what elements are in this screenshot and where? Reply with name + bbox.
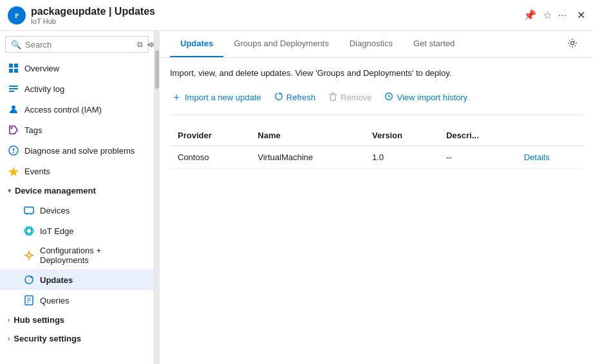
search-box[interactable]: 🔍 ⧉ ≪ [5, 36, 149, 53]
sidebar-section-security-settings[interactable]: › Security settings [0, 329, 154, 348]
svg-marker-10 [10, 126, 17, 134]
svg-point-32 [571, 41, 574, 44]
svg-rect-5 [14, 69, 18, 73]
sidebar-item-queries-label: Queries [40, 296, 70, 305]
sidebar-item-access-control[interactable]: Access control (IAM) [0, 99, 154, 120]
page-title: packageupdate | Updates [31, 6, 518, 17]
col-action [516, 125, 583, 146]
sidebar-item-access-control-label: Access control (IAM) [24, 105, 102, 114]
sidebar-item-iot-edge-label: IoT Edge [40, 226, 74, 236]
svg-rect-2 [9, 64, 13, 68]
sidebar-item-devices[interactable]: Devices [0, 200, 154, 221]
sidebar-item-updates-label: Updates [40, 275, 73, 285]
sidebar-scrollbar[interactable] [155, 31, 160, 364]
sidebar-section-hub-settings-label: Hub settings [14, 315, 64, 325]
hub-settings-collapse-icon: › [8, 316, 10, 323]
updates-icon [23, 274, 35, 286]
sidebar-scrollbar-thumb [155, 50, 159, 89]
svg-marker-15 [8, 167, 19, 176]
cell-description: -- [438, 146, 516, 169]
sidebar-item-events-label: Events [24, 167, 50, 176]
close-icon[interactable]: ✕ [577, 9, 585, 21]
svg-rect-34 [329, 95, 337, 95]
remove-icon [328, 92, 337, 103]
sidebar-item-iot-edge[interactable]: IoT Edge [0, 221, 154, 241]
sidebar-item-tags[interactable]: Tags [0, 120, 154, 140]
events-icon [8, 165, 19, 177]
sidebar-section-hub-settings[interactable]: › Hub settings [0, 311, 154, 329]
view-history-button[interactable]: View import history [383, 89, 469, 105]
refresh-button[interactable]: Refresh [273, 89, 317, 105]
overview-icon [8, 62, 19, 74]
cell-version: 1.0 [364, 146, 438, 169]
tab-bar: Updates Groups and Deployments Diagnosti… [160, 31, 593, 58]
main-layout: 🔍 ⧉ ≪ Overview Activity log Access contr… [0, 31, 593, 364]
svg-rect-3 [14, 64, 18, 68]
col-name: Name [250, 125, 364, 146]
tags-icon [8, 124, 19, 136]
content-body: Import, view, and delete updates. View '… [160, 58, 593, 364]
sidebar-item-updates[interactable]: Updates [0, 269, 154, 290]
svg-point-11 [11, 127, 13, 129]
svg-point-14 [13, 152, 14, 153]
diagnose-icon [8, 145, 19, 156]
sidebar-section-security-settings-label: Security settings [14, 334, 81, 343]
page-subtitle: IoT Hub [31, 17, 518, 25]
more-icon[interactable]: ··· [558, 10, 567, 21]
activity-log-icon [8, 83, 19, 95]
tab-get-started[interactable]: Get started [403, 31, 465, 57]
sidebar-item-configurations[interactable]: Configurations + Deployments [0, 241, 154, 269]
tab-diagnostics[interactable]: Diagnostics [339, 31, 403, 57]
svg-rect-6 [9, 86, 18, 87]
updates-table: Provider Name Version Descri... Contoso … [170, 125, 583, 169]
collapse-sidebar-icon[interactable]: ≪ [147, 39, 155, 50]
table-row: Contoso VirtualMachine 1.0 -- Details [170, 146, 583, 169]
sidebar-item-diagnose[interactable]: Diagnose and solve problems [0, 140, 154, 161]
security-settings-collapse-icon: › [8, 335, 10, 342]
remove-button[interactable]: Remove [327, 89, 373, 105]
svg-point-9 [12, 105, 15, 109]
cell-provider: Contoso [170, 146, 250, 169]
svg-rect-4 [9, 69, 13, 73]
toolbar: ＋ Import a new update Refresh Remove [170, 88, 583, 115]
pin-icon[interactable]: 📌 [523, 9, 536, 21]
svg-rect-35 [331, 93, 334, 94]
import-icon: ＋ [171, 91, 182, 104]
sidebar-item-configurations-label: Configurations + Deployments [40, 246, 146, 265]
col-version: Version [364, 125, 438, 146]
filter-icon[interactable]: ⧉ [137, 40, 143, 49]
header-actions: 📌 ☆ ··· [523, 9, 567, 21]
svg-rect-8 [9, 91, 14, 92]
col-provider: Provider [170, 125, 250, 146]
devices-icon [23, 205, 35, 216]
sidebar-item-devices-label: Devices [40, 206, 70, 215]
sidebar-item-diagnose-label: Diagnose and solve problems [24, 146, 135, 156]
sidebar-item-activity-log-label: Activity log [24, 84, 64, 94]
sidebar: 🔍 ⧉ ≪ Overview Activity log Access contr… [0, 31, 155, 364]
sidebar-item-activity-log[interactable]: Activity log [0, 78, 154, 99]
search-input[interactable] [25, 40, 133, 50]
sidebar-item-queries[interactable]: Queries [0, 290, 154, 311]
svg-point-22 [27, 253, 31, 257]
table-header-row: Provider Name Version Descri... [170, 125, 583, 146]
sidebar-section-device-management[interactable]: ▾ Device management [0, 181, 154, 200]
details-link[interactable]: Details [524, 152, 550, 162]
refresh-icon [274, 92, 283, 103]
import-update-button[interactable]: ＋ Import a new update [170, 88, 263, 107]
app-icon: P [8, 6, 26, 24]
device-management-collapse-icon: ▾ [8, 187, 11, 194]
sidebar-item-overview[interactable]: Overview [0, 58, 154, 78]
content-area: Updates Groups and Deployments Diagnosti… [160, 31, 593, 364]
configurations-icon [23, 250, 35, 261]
history-icon [384, 92, 393, 103]
cell-action[interactable]: Details [516, 146, 583, 169]
search-icon: 🔍 [11, 40, 21, 50]
tab-groups-deployments[interactable]: Groups and Deployments [223, 31, 339, 57]
sidebar-item-events[interactable]: Events [0, 161, 154, 181]
app-header: P packageupdate | Updates IoT Hub 📌 ☆ ··… [0, 0, 593, 31]
tab-updates[interactable]: Updates [170, 31, 223, 57]
star-icon[interactable]: ☆ [543, 9, 552, 21]
sidebar-item-tags-label: Tags [24, 125, 42, 135]
settings-icon[interactable] [562, 33, 583, 56]
header-title-block: packageupdate | Updates IoT Hub [31, 6, 518, 25]
